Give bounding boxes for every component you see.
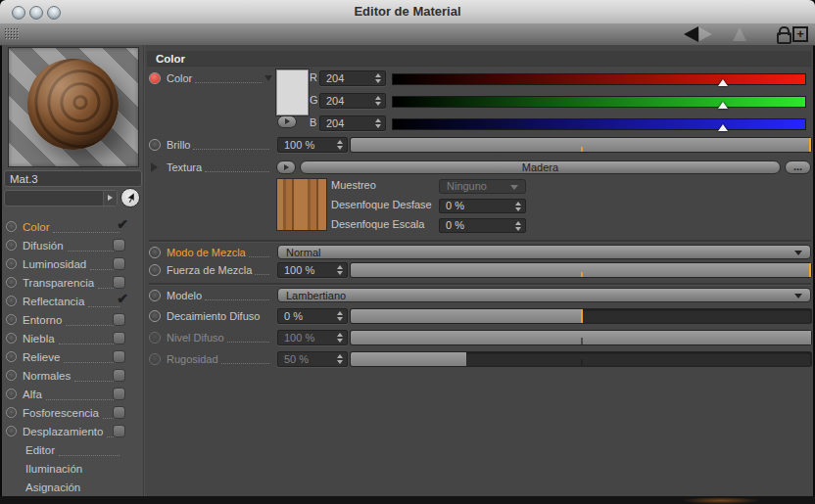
modelo-label: Modelo [167,290,202,301]
desfase-label: Desenfoque Desfase [331,199,432,210]
brillo-spinner[interactable]: 100 % [277,137,348,153]
slider-marker-icon[interactable] [718,79,728,86]
b-spinner[interactable]: 204 [319,115,386,131]
modelo-radio[interactable] [149,290,161,301]
muestreo-dropdown[interactable]: Ninguno [439,179,526,194]
desfase-spinner[interactable]: 0 % [439,199,526,213]
preview-sphere[interactable] [27,59,119,150]
channel-checkbox[interactable] [114,258,124,269]
nivel-radio[interactable] [149,332,161,344]
rugosidad-radio[interactable] [149,353,161,365]
sidebar-item-luminosidad[interactable]: Luminosidad [2,254,143,273]
channel-checkbox[interactable] [114,333,124,344]
color-radio[interactable] [149,72,161,84]
texture-options-button[interactable] [276,160,296,174]
channel-radio[interactable] [6,333,17,344]
sidebar-item-relieve[interactable]: Relieve [2,347,143,366]
sidebar-item-desplazamiento[interactable]: Desplazamiento [2,422,143,440]
lock-icon-body[interactable] [777,32,791,44]
sidebar-item-iluminacion[interactable]: Iluminación [2,459,143,478]
g-spinner[interactable]: 204 [319,93,386,109]
brillo-slider[interactable] [351,138,811,152]
sidebar-item-transparencia[interactable]: Transparencia [2,273,143,292]
slider-marker-icon[interactable] [718,124,728,131]
material-preset-dropdown[interactable] [4,190,118,206]
add-window-icon[interactable]: + [792,26,808,42]
sidebar-item-niebla[interactable]: Niebla [2,329,143,347]
escala-spinner[interactable]: 0 % [439,218,526,233]
nivel-spinner[interactable]: 100 % [277,330,348,345]
channel-checkbox[interactable] [114,277,124,288]
decaimiento-spinner[interactable]: 0 % [277,308,348,324]
texture-shader-button[interactable]: Madera [300,160,781,174]
red-gradient-slider[interactable] [392,73,806,85]
model-dropdown[interactable]: Lambertiano [277,288,811,302]
color-mode-button[interactable] [277,115,297,128]
channel-radio[interactable] [6,407,17,418]
channel-radio[interactable] [6,277,17,288]
sidebar-item-difusion[interactable]: Difusión [2,236,143,254]
channel-checkbox[interactable] [114,240,124,251]
sidebar-item-asignacion[interactable]: Asignación [2,478,143,496]
channel-radio[interactable] [6,351,17,362]
channel-radio[interactable] [6,426,17,436]
nivel-slider[interactable] [351,331,811,344]
rugosidad-slider[interactable] [351,352,811,366]
channel-checkbox[interactable] [114,389,124,399]
sidebar-item-alfa[interactable]: Alfa [2,385,143,403]
color-context-arrow-icon[interactable] [264,75,272,81]
brillo-radio[interactable] [149,139,161,151]
channel-checkbox[interactable] [114,314,124,325]
channel-radio[interactable] [6,389,17,399]
drag-grip-icon[interactable] [4,27,20,40]
sidebar-item-reflectancia[interactable]: Reflectancia ✔ [2,292,143,310]
rugosidad-spinner[interactable]: 50 % [277,351,348,367]
muestreo-label: Muestreo [331,179,376,191]
sidebar-item-entorno[interactable]: Entorno [2,310,143,329]
checkmark-icon[interactable]: ✔ [117,216,128,232]
sidebar: Color ✔ Difusión Luminosidad [2,45,143,496]
channel-checkbox[interactable] [114,426,124,436]
separator [149,240,811,242]
fuerza-slider[interactable] [351,263,811,277]
checkmark-icon[interactable]: ✔ [117,291,128,306]
material-name-input[interactable] [4,170,142,187]
blue-gradient-slider[interactable] [392,118,806,130]
color-swatch[interactable] [276,69,309,115]
sidebar-item-color[interactable]: Color ✔ [2,217,143,236]
channel-radio[interactable] [6,370,17,381]
material-preview[interactable] [8,47,139,167]
channel-radio[interactable] [6,240,17,251]
forward-arrow-icon[interactable] [699,27,712,41]
blend-mode-dropdown[interactable]: Normal [277,245,811,259]
sidebar-item-normales[interactable]: Normales [2,366,143,385]
fuerza-spinner[interactable]: 100 % [277,262,348,278]
channel-checkbox[interactable] [114,407,124,418]
channel-radio[interactable] [6,258,17,269]
channel-radio[interactable] [6,296,17,306]
preset-expand-icon[interactable] [103,191,117,206]
fuerza-label: Fuerza de Mezcla [167,264,252,276]
channel-radio[interactable] [6,221,17,232]
color-label: Color [167,72,192,84]
sidebar-item-fosforescencia[interactable]: Fosforescencia [2,403,143,422]
channel-radio[interactable] [6,314,17,325]
sidebar-item-editor[interactable]: Editor [2,440,143,459]
channel-checkbox[interactable] [114,370,124,381]
slider-marker-icon[interactable] [718,102,728,109]
modo-radio[interactable] [149,247,161,258]
channel-checkbox[interactable] [114,351,124,362]
decaimiento-radio[interactable] [149,310,161,322]
fuerza-radio[interactable] [149,264,161,276]
pick-material-button[interactable] [120,188,140,207]
texture-thumbnail[interactable] [276,178,327,231]
cursor-arrow-icon [124,192,136,204]
r-spinner[interactable]: 204 [319,70,386,86]
green-gradient-slider[interactable] [392,96,806,108]
back-arrow-icon[interactable] [684,26,698,42]
titlebar[interactable]: Editor de Material [0,0,815,24]
texture-browse-button[interactable]: ... [785,160,811,174]
play-icon [284,164,289,170]
decaimiento-slider[interactable] [351,309,811,323]
expander-triangle-icon[interactable] [151,162,158,172]
